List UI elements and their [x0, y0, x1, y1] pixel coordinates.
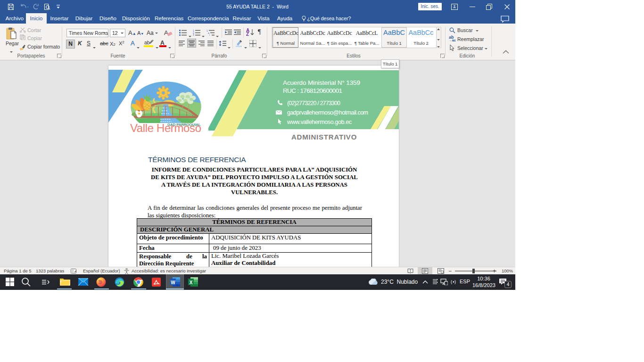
- svg-text:W: W: [171, 280, 175, 285]
- svg-text:(: (: [451, 280, 452, 284]
- svg-text:Valle Hermoso: Valle Hermoso: [130, 122, 201, 134]
- svg-text:Acuerdo Ministerial N° 1359: Acuerdo Ministerial N° 1359: [283, 79, 360, 86]
- svg-text:3: 3: [193, 33, 194, 36]
- svg-text:www.vallehermoso.gob.ec: www.vallehermoso.gob.ec: [287, 119, 352, 125]
- svg-text:i: i: [209, 33, 210, 36]
- svg-text:RUC : 1768120600001: RUC : 1768120600001: [283, 87, 342, 94]
- svg-text:gadprvallehermoso@hotmail.com: gadprvallehermoso@hotmail.com: [287, 109, 368, 116]
- svg-text:): ): [454, 280, 456, 284]
- svg-text:(02)2773220 / 2773300: (02)2773220 / 2773300: [287, 100, 340, 107]
- svg-text:X: X: [190, 280, 193, 285]
